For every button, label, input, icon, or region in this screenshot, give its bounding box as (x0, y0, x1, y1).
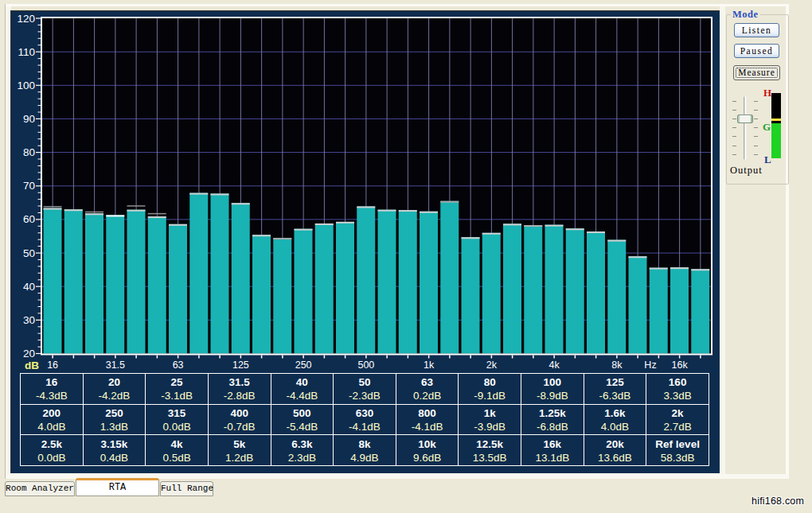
svg-text:70: 70 (23, 180, 35, 192)
svg-text:40: 40 (23, 281, 35, 293)
svg-text:8k: 8k (611, 359, 623, 371)
svg-text:30: 30 (23, 314, 35, 326)
svg-text:Hz: Hz (644, 359, 656, 371)
svg-text:16k: 16k (672, 359, 689, 371)
svg-text:dB: dB (25, 359, 39, 371)
svg-text:2k: 2k (486, 359, 498, 371)
svg-text:120: 120 (17, 13, 35, 25)
svg-text:16: 16 (47, 359, 58, 371)
svg-text:250: 250 (295, 359, 312, 371)
svg-text:1k: 1k (424, 359, 435, 371)
svg-text:50: 50 (23, 247, 35, 259)
svg-text:125: 125 (232, 359, 249, 371)
svg-text:31.5: 31.5 (106, 359, 125, 371)
svg-text:20: 20 (23, 348, 35, 359)
svg-text:110: 110 (18, 46, 35, 58)
svg-text:90: 90 (23, 113, 35, 125)
svg-text:500: 500 (357, 359, 374, 371)
svg-text:63: 63 (173, 359, 184, 371)
svg-text:100: 100 (17, 80, 35, 91)
svg-text:80: 80 (23, 146, 35, 158)
svg-text:4k: 4k (549, 359, 560, 371)
svg-text:60: 60 (23, 213, 35, 225)
